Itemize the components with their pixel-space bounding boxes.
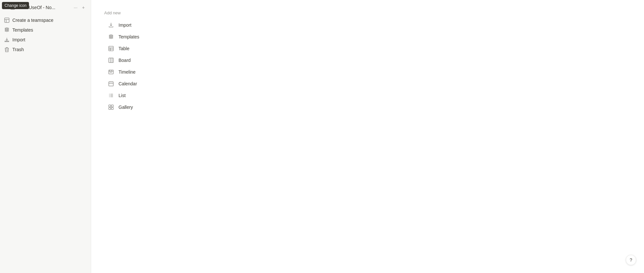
main-content: Add new Import Templates — [91, 0, 644, 273]
add-new-label: Add new — [104, 10, 631, 15]
sidebar: Change icon ▶ MakeUseOf - No... ··· + Cr… — [0, 0, 91, 273]
add-page-button[interactable]: + — [80, 4, 87, 11]
menu-item-import[interactable]: Import — [104, 19, 208, 31]
menu-item-board[interactable]: Board — [104, 54, 208, 66]
timeline-icon — [107, 68, 115, 76]
gallery-icon — [107, 104, 115, 111]
svg-point-27 — [109, 95, 110, 96]
svg-rect-19 — [109, 82, 113, 86]
sidebar-item-templates[interactable]: Templates — [1, 25, 90, 35]
import-icon — [4, 37, 10, 43]
sidebar-item-label: Create a teamspace — [12, 18, 53, 23]
menu-item-label: Gallery — [119, 105, 133, 110]
sidebar-item-label: Trash — [12, 47, 24, 52]
teamspace-icon — [4, 17, 10, 23]
svg-rect-14 — [109, 70, 113, 74]
menu-item-calendar[interactable]: Calendar — [104, 78, 208, 90]
sidebar-item-label: Import — [12, 37, 25, 42]
sidebar-item-import[interactable]: Import — [1, 35, 90, 44]
trash-icon — [4, 47, 10, 52]
expand-chevron-icon: ▶ — [4, 6, 8, 9]
sidebar-item-create-teamspace[interactable]: Create a teamspace — [1, 16, 90, 25]
svg-rect-30 — [111, 105, 113, 107]
page-title: MakeUseOf - No... — [18, 5, 70, 10]
svg-point-26 — [109, 94, 110, 94]
svg-rect-11 — [109, 58, 113, 63]
add-new-menu: Import Templates — [104, 19, 208, 113]
svg-rect-4 — [5, 18, 9, 22]
page-actions: ··· + — [72, 4, 87, 11]
templates-icon — [107, 33, 115, 40]
menu-item-label: Calendar — [119, 81, 137, 86]
svg-rect-31 — [109, 108, 111, 109]
menu-item-label: Board — [119, 58, 131, 63]
sidebar-item-label: Templates — [12, 27, 33, 33]
divider — [3, 14, 88, 14]
svg-rect-32 — [111, 108, 113, 109]
menu-item-label: List — [119, 93, 126, 98]
menu-item-gallery[interactable]: Gallery — [104, 101, 208, 113]
menu-item-templates[interactable]: Templates — [104, 31, 208, 43]
page-file-icon — [10, 4, 16, 11]
import-icon — [107, 22, 115, 29]
svg-rect-29 — [109, 105, 111, 107]
menu-item-timeline[interactable]: Timeline — [104, 66, 208, 78]
board-icon — [107, 57, 115, 64]
help-button[interactable]: ? — [626, 255, 636, 265]
menu-item-label: Timeline — [119, 69, 135, 75]
menu-item-label: Templates — [119, 34, 139, 39]
templates-icon — [4, 27, 10, 33]
list-icon — [107, 92, 115, 99]
sidebar-item-trash[interactable]: Trash — [1, 45, 90, 54]
calendar-icon — [107, 80, 115, 87]
table-icon — [107, 45, 115, 52]
page-entry[interactable]: Change icon ▶ MakeUseOf - No... ··· + — [1, 3, 90, 12]
svg-rect-7 — [109, 46, 113, 51]
menu-item-label: Table — [119, 46, 129, 51]
more-options-button[interactable]: ··· — [72, 4, 79, 11]
menu-item-label: Import — [119, 22, 132, 28]
menu-item-table[interactable]: Table — [104, 43, 208, 54]
menu-item-list[interactable]: List — [104, 90, 208, 101]
svg-point-28 — [109, 96, 110, 97]
